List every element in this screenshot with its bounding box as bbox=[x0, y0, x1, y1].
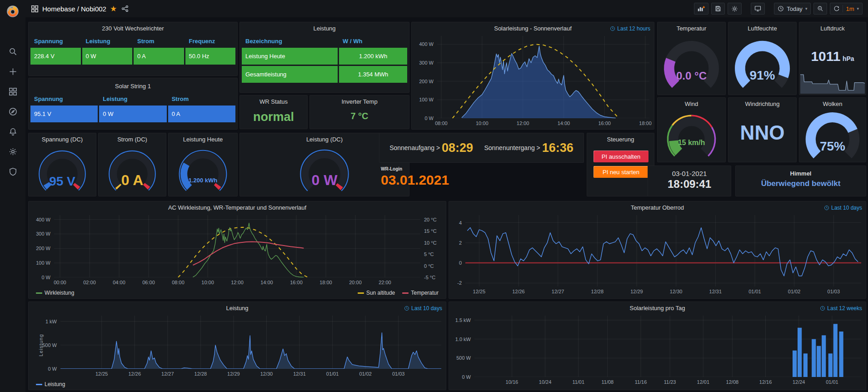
panel-solarleistung-pro-tag: Solarleistung pro Tag Last 12 weeks 0 W5… bbox=[449, 302, 866, 390]
pi-ausschalten-button[interactable]: PI ausschalten bbox=[594, 151, 649, 162]
panel-luftfeuchte-gauge: Luftfeuchte 91% bbox=[728, 22, 797, 95]
gauge-value: 91% bbox=[728, 68, 796, 83]
sidebar-item-server-admin[interactable] bbox=[0, 164, 25, 179]
refresh-button[interactable]: 1m ▾ bbox=[830, 3, 863, 15]
dashboard-icon[interactable] bbox=[31, 5, 39, 13]
panel-wr-login: WR-Login 03.01.2021 bbox=[381, 166, 517, 196]
plot-area[interactable] bbox=[474, 316, 861, 377]
col-header-bezeichnung[interactable]: Bezeichnung bbox=[242, 35, 338, 48]
sidebar bbox=[0, 0, 25, 392]
axis-tick-label: -2 bbox=[457, 280, 462, 286]
cycle-view-mode-button[interactable] bbox=[751, 3, 765, 15]
axis-tick-label: 20:00 bbox=[349, 280, 362, 285]
panel-wolken-gauge: Wolken 75% bbox=[799, 97, 866, 162]
dashboard-title[interactable]: Homebase / Nobi002 bbox=[42, 5, 106, 13]
panel-wind-gauge: Wind 15 km/h bbox=[657, 97, 726, 162]
col-header-leistung[interactable]: Leistung bbox=[99, 93, 166, 106]
panel-title[interactable]: Temperatur Oberrod bbox=[449, 201, 866, 214]
panel-title[interactable]: Leistung bbox=[29, 302, 446, 315]
col-header-strom[interactable]: Strom bbox=[168, 93, 235, 106]
himmel-title[interactable]: Himmel bbox=[736, 170, 866, 177]
sidebar-item-configuration[interactable] bbox=[0, 144, 25, 159]
panel-title[interactable]: Luftfeuchte bbox=[728, 22, 796, 35]
plot-area[interactable] bbox=[437, 36, 649, 118]
col-header-spannung[interactable]: Spannung bbox=[30, 93, 98, 106]
panel-title[interactable]: Windrichtung bbox=[728, 98, 796, 111]
panel-title[interactable]: AC Wirkleistung, WR-Temperatur und Sonne… bbox=[29, 201, 446, 214]
grafana-logo[interactable] bbox=[0, 3, 25, 20]
panel-title[interactable]: Leistung Heute bbox=[169, 133, 237, 146]
gauge-value: 75% bbox=[799, 139, 866, 154]
panel-title[interactable]: Inverter Temp bbox=[310, 95, 409, 108]
sonnenuntergang-value: 16:36 bbox=[542, 141, 574, 155]
legend-item[interactable]: Wirkleistung bbox=[36, 290, 74, 296]
col-header-w-wh[interactable]: W / Wh bbox=[339, 35, 407, 48]
plot-area[interactable] bbox=[54, 215, 420, 277]
legend-item[interactable]: Sun altitude bbox=[358, 290, 395, 296]
axis-tick-label: 12/25 bbox=[95, 371, 108, 377]
axis-tick-label: 100 W bbox=[36, 260, 50, 266]
axis-tick-label: 12/29 bbox=[630, 289, 643, 294]
add-panel-button[interactable] bbox=[694, 3, 708, 15]
sidebar-item-alerting[interactable] bbox=[0, 124, 25, 139]
axis-tick-label: 0 °C bbox=[424, 263, 434, 269]
zoom-out-time-button[interactable] bbox=[813, 3, 827, 15]
himmel-value: Überwiegend bewölkt bbox=[736, 179, 866, 188]
time-range-link[interactable]: Last 10 days bbox=[404, 302, 442, 315]
axis-tick-label: 16:00 bbox=[290, 280, 303, 285]
col-header-frequenz[interactable]: Frequenz bbox=[185, 35, 236, 48]
panel-title[interactable]: Spannung (DC) bbox=[29, 133, 96, 146]
time-range-label: Last 10 days bbox=[831, 205, 862, 211]
pi-neu-starten-button[interactable]: PI neu starten bbox=[594, 166, 649, 178]
panel-title[interactable]: Steuerung bbox=[587, 133, 654, 146]
panel-title[interactable]: Strom (DC) bbox=[99, 133, 166, 146]
time-range-link[interactable]: Last 12 weeks bbox=[820, 302, 862, 315]
sidebar-item-create[interactable] bbox=[0, 64, 25, 79]
dashboard-settings-button[interactable] bbox=[728, 3, 742, 15]
panel-title[interactable]: Solarleistung pro Tag bbox=[449, 302, 866, 315]
share-icon[interactable] bbox=[121, 5, 129, 12]
sidebar-item-dashboards[interactable] bbox=[0, 84, 25, 99]
time-picker-label: Today bbox=[787, 5, 803, 12]
panel-title[interactable]: 230 Volt Wechselrichter bbox=[29, 22, 237, 35]
dashboards-grid-icon bbox=[9, 87, 17, 96]
panel-title[interactable]: Wolken bbox=[799, 98, 866, 111]
axis-tick-label: 10:00 bbox=[201, 280, 214, 285]
plot-area[interactable] bbox=[60, 316, 441, 369]
sonnenaufgang-label: Sonnenaufgang > bbox=[389, 144, 440, 151]
axis-tick-label: 12/27 bbox=[552, 289, 564, 294]
save-dashboard-button[interactable] bbox=[711, 3, 725, 15]
axis-tick-label: 12/01 bbox=[697, 379, 710, 385]
sidebar-item-search[interactable] bbox=[0, 44, 25, 59]
sonnenuntergang-stat: Sonnenuntergang > 16:36 bbox=[484, 141, 573, 155]
time-range-link[interactable]: Last 10 days bbox=[824, 201, 862, 214]
axis-tick-label: 10/24 bbox=[539, 379, 552, 385]
table-row: Leistung Heute 1.200 kWh bbox=[240, 48, 409, 66]
panel-title[interactable]: Wind bbox=[658, 98, 725, 111]
panel-title[interactable]: WR Status bbox=[240, 95, 307, 108]
legend-item[interactable]: Temperatur bbox=[402, 290, 439, 296]
y-axis: Leistung 0 W500 W1 kW bbox=[31, 316, 60, 369]
axis-tick-label: 12/31 bbox=[709, 289, 722, 294]
time-range-link[interactable]: Last 12 hours bbox=[610, 22, 650, 35]
refresh-interval-label[interactable]: 1m bbox=[846, 5, 854, 12]
favorite-star-icon[interactable]: ★ bbox=[110, 4, 117, 14]
panel-title[interactable]: Temperatur bbox=[658, 22, 725, 35]
sidebar-item-explore[interactable] bbox=[0, 104, 25, 119]
panel-title[interactable]: Leistung bbox=[240, 22, 409, 35]
table-cell-value: 1.200 kWh bbox=[339, 48, 407, 65]
col-header-strom[interactable]: Strom bbox=[134, 35, 184, 48]
axis-tick-label: 12/08 bbox=[726, 379, 739, 385]
panel-title[interactable]: Luftdruck bbox=[799, 22, 866, 35]
time-picker-button[interactable]: Today ▾ bbox=[774, 3, 811, 15]
panel-leistung-heute-gauge: Leistung Heute 1.200 kWh bbox=[168, 133, 238, 196]
legend-item[interactable]: Leistung bbox=[36, 381, 65, 387]
gauge-value: 1.200 kWh bbox=[169, 177, 237, 184]
axis-tick-label: 00:00 bbox=[54, 280, 66, 285]
plot-area[interactable] bbox=[465, 215, 861, 286]
axis-tick-label: 18:00 bbox=[319, 280, 332, 285]
panel-title[interactable]: Solar String 1 bbox=[29, 78, 237, 93]
col-header-leistung[interactable]: Leistung bbox=[82, 35, 133, 48]
table-cell-spannung: 228.4 V bbox=[30, 48, 81, 65]
col-header-spannung[interactable]: Spannung bbox=[30, 35, 81, 48]
